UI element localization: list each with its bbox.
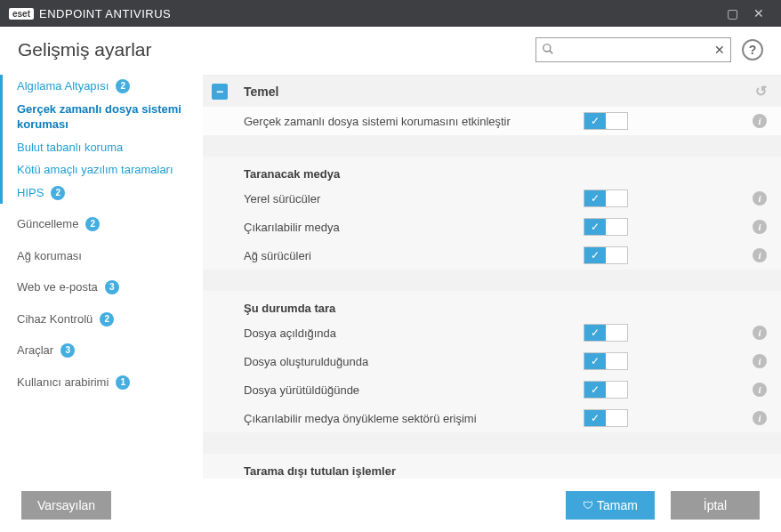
setting-label: Çıkarılabilir medya [244, 221, 584, 234]
ok-button[interactable]: 🛡 Tamam [566, 491, 655, 520]
ok-label: Tamam [597, 498, 638, 512]
sidebar-item-label: Web ve e-posta [17, 279, 98, 295]
sidebar-item-label: HIPS [17, 185, 44, 201]
shield-icon: 🛡 [583, 499, 593, 512]
badge: 2 [100, 312, 114, 326]
clear-search-icon[interactable]: ✕ [714, 43, 725, 57]
info-icon[interactable]: i [753, 354, 767, 368]
sidebar-item-label: Bulut tabanlı koruma [17, 140, 123, 156]
reset-icon[interactable]: ↺ [755, 83, 767, 100]
footer: Varsayılan 🛡 Tamam İptal [0, 479, 781, 532]
check-icon: ✓ [591, 412, 600, 424]
setting-row: Ağ sürücüleri✓i [203, 241, 781, 270]
check-icon: ✓ [591, 355, 600, 367]
toggle[interactable]: ✓ [584, 246, 628, 264]
info-icon[interactable]: i [753, 326, 767, 340]
info-icon[interactable]: i [753, 411, 767, 425]
sidebar-item-label: Güncelleme [17, 216, 78, 232]
sidebar-item-label: Kötü amaçlı yazılım taramaları [17, 162, 173, 178]
toggle[interactable]: ✓ [584, 324, 628, 342]
badge: 2 [85, 217, 100, 231]
content-panel: − Temel ↺ Gerçek zamanlı dosya sistemi k… [203, 75, 781, 500]
search-icon [542, 43, 554, 58]
sidebar-item-label: Kullanıcı arabirimi [17, 375, 109, 391]
toggle[interactable]: ✓ [584, 409, 628, 427]
setting-label: Dosya açıldığında [244, 326, 584, 340]
subsection-excluded: Tarama dışı tutulan işlemler [203, 454, 781, 481]
sidebar-item[interactable]: Güncelleme2 [3, 213, 197, 236]
help-button[interactable]: ? [742, 39, 763, 60]
check-icon: ✓ [591, 326, 600, 339]
sidebar-item-label: Cihaz Kontrolü [17, 311, 93, 327]
window-close-icon[interactable]: ✕ [745, 6, 772, 20]
svg-point-0 [543, 44, 551, 51]
setting-label: Yerel sürücüler [244, 192, 584, 206]
window-maximize-icon[interactable]: ▢ [719, 6, 745, 20]
sidebar: Algılama Altyapısı2Gerçek zamanlı dosya … [0, 75, 203, 500]
badge: 2 [116, 79, 130, 93]
subsection-media: Taranacak medya [203, 157, 781, 184]
subsection-scanon: Şu durumda tara [203, 291, 781, 318]
badge: 2 [51, 186, 65, 200]
toggle[interactable]: ✓ [584, 352, 628, 370]
check-icon: ✓ [591, 192, 600, 205]
brand-logo: eset [9, 8, 34, 20]
sidebar-item[interactable]: Algılama Altyapısı2 [3, 75, 197, 98]
sidebar-item-label: Algılama Altyapısı [17, 78, 109, 94]
sidebar-item[interactable]: Kullanıcı arabirimi1 [3, 371, 197, 394]
setting-row: Dosya oluşturulduğunda✓i [203, 347, 781, 375]
info-icon[interactable]: i [753, 248, 767, 262]
sidebar-item-label: Ağ koruması [17, 248, 82, 264]
check-icon: ✓ [591, 249, 600, 262]
sidebar-item[interactable]: Araçlar3 [3, 339, 197, 362]
defaults-button[interactable]: Varsayılan [21, 491, 111, 520]
badge: 3 [60, 343, 75, 358]
sidebar-item[interactable]: Cihaz Kontrolü2 [3, 308, 197, 331]
sidebar-item[interactable]: Web ve e-posta3 [3, 276, 197, 299]
svg-line-1 [550, 50, 553, 53]
setting-row: Dosya açıldığında✓i [203, 318, 781, 347]
toggle[interactable]: ✓ [584, 112, 628, 130]
setting-label: Dosya oluşturulduğunda [244, 355, 584, 368]
titlebar: eset ENDPOINT ANTIVIRUS ▢ ✕ [0, 0, 781, 27]
search-input[interactable] [558, 44, 714, 57]
info-icon[interactable]: i [753, 114, 767, 128]
check-icon: ✓ [591, 383, 600, 396]
sidebar-item[interactable]: Ağ koruması [3, 245, 197, 268]
info-icon[interactable]: i [753, 191, 767, 206]
badge: 1 [116, 375, 130, 390]
info-icon[interactable]: i [753, 383, 767, 397]
setting-row: Dosya yürütüldüğünde✓i [203, 375, 781, 404]
section-header-basic: − Temel ↺ [203, 76, 781, 107]
header: Gelişmiş ayarlar ✕ ? [0, 27, 781, 75]
setting-label: Çıkarılabilir medya önyükleme sektörü er… [244, 412, 584, 425]
setting-row: Gerçek zamanlı dosya sistemi korumasını … [203, 107, 781, 135]
cancel-button[interactable]: İptal [671, 491, 760, 520]
badge: 3 [105, 280, 119, 294]
collapse-icon[interactable]: − [212, 84, 228, 100]
setting-label: Dosya yürütüldüğünde [244, 383, 584, 397]
sidebar-item-label: Gerçek zamanlı dosya sistemi koruması [17, 101, 189, 133]
setting-row: Yerel sürücüler✓i [203, 184, 781, 213]
sidebar-item[interactable]: Gerçek zamanlı dosya sistemi koruması [3, 98, 197, 136]
sidebar-item[interactable]: Kötü amaçlı yazılım taramaları [3, 158, 197, 181]
setting-label: Gerçek zamanlı dosya sistemi korumasını … [244, 115, 584, 128]
sidebar-item[interactable]: HIPS2 [3, 181, 197, 205]
toggle[interactable]: ✓ [584, 381, 628, 399]
setting-row: Çıkarılabilir medya önyükleme sektörü er… [203, 404, 781, 432]
setting-row: Çıkarılabilir medya✓i [203, 213, 781, 241]
sidebar-item[interactable]: Bulut tabanlı koruma [3, 136, 197, 159]
page-title: Gelişmiş ayarlar [18, 39, 152, 60]
product-name: ENDPOINT ANTIVIRUS [39, 7, 171, 20]
setting-label: Ağ sürücüleri [244, 249, 584, 262]
check-icon: ✓ [591, 115, 600, 127]
toggle[interactable]: ✓ [584, 218, 628, 236]
search-box[interactable]: ✕ [535, 37, 731, 62]
check-icon: ✓ [591, 221, 600, 233]
info-icon[interactable]: i [753, 220, 767, 234]
toggle[interactable]: ✓ [584, 189, 628, 207]
section-title: Temel [244, 85, 278, 99]
sidebar-item-label: Araçlar [17, 343, 53, 359]
